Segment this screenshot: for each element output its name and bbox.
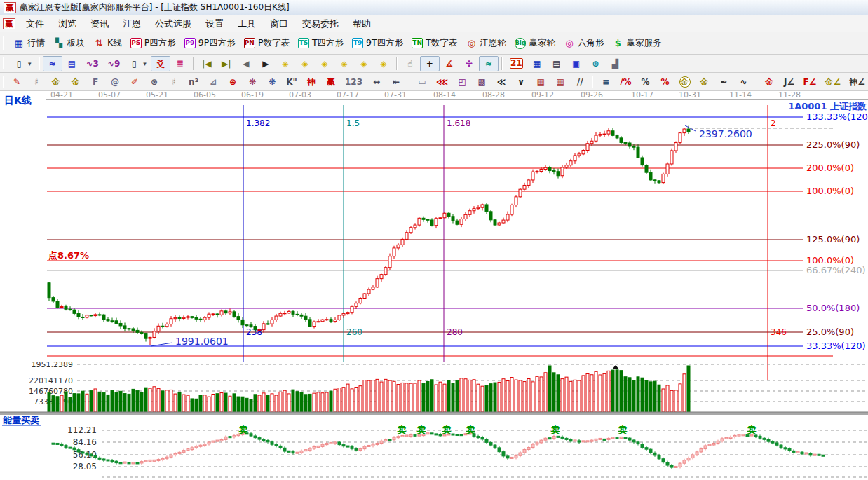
number-grid-button[interactable]: 123 (341, 74, 367, 90)
price-grid-button[interactable]: ▦ (531, 74, 550, 90)
menu-item-0[interactable]: 文件 (19, 16, 51, 32)
notes-button[interactable]: ▤ (547, 56, 567, 71)
shen-grid-button[interactable]: 神 (301, 74, 321, 90)
p-square-button[interactable]: PSP四方形 (126, 35, 180, 51)
gold-grid-alt-button[interactable]: 金 (66, 74, 86, 90)
hexagon-button[interactable]: ◎六角形 (560, 35, 609, 51)
chart-style-dropdown[interactable]: ▯▾ (9, 56, 36, 71)
marker-pen-button[interactable]: ✐ (125, 74, 144, 90)
diamond-right-button[interactable]: ◈ (295, 56, 315, 71)
gann-scale-button[interactable]: ♯ (27, 74, 46, 90)
price-grid-alt-button[interactable]: ▦ (550, 74, 570, 90)
menu-item-9[interactable]: 帮助 (346, 16, 378, 32)
gold-grid-button[interactable]: 金 (46, 74, 66, 90)
gann-fan-purple-button[interactable]: ✣ (459, 56, 479, 71)
candle-style-dropdown[interactable]: ▯▾ (124, 56, 151, 71)
kline-button[interactable]: ⇅K线 (89, 35, 126, 51)
draw-pen-button[interactable]: ✎ (7, 74, 27, 90)
percent-button[interactable]: % (636, 74, 656, 90)
toolbar-grip[interactable] (3, 36, 6, 51)
percent-strike-button[interactable]: ∕% (616, 74, 635, 90)
winner-wheel-button[interactable]: Big赢家轮 (510, 35, 560, 51)
f-angle-button[interactable]: F∠ (799, 74, 821, 90)
target-circle-button[interactable]: ⊕ (223, 74, 243, 90)
spiral-button[interactable]: @ (105, 74, 125, 90)
t-number-button[interactable]: TNT数字表 (407, 35, 461, 51)
menu-item-6[interactable]: 工具 (231, 16, 263, 32)
gold-angle-button[interactable]: 金 (760, 74, 780, 90)
calendar-button[interactable]: 21 (506, 56, 527, 71)
t-square-button[interactable]: TST四方形 (294, 35, 348, 51)
t9-square-button[interactable]: T99T四方形 (348, 35, 407, 51)
kline-chart-canvas[interactable]: 04-2105-0705-2106-0506-1907-0307-1707-31… (0, 91, 868, 480)
wave9-button[interactable]: ∿9 (103, 56, 124, 71)
toolbar-grip[interactable] (3, 57, 6, 70)
diamond-left-button[interactable]: ◈ (276, 56, 295, 71)
wave-check-button[interactable]: ∨ (511, 74, 531, 90)
fan-lines-red-button[interactable]: ⋘ (432, 74, 452, 90)
toolbar-grip[interactable] (3, 76, 4, 88)
menu-item-5[interactable]: 设置 (198, 16, 231, 32)
menu-item-4[interactable]: 公式选股 (148, 16, 198, 32)
sketch-blue-button[interactable]: ≈ (43, 56, 62, 71)
spider-web-red-button[interactable]: ❋ (243, 74, 262, 90)
angle-ruler-button[interactable]: ⊿ (203, 74, 223, 90)
ink-brush-button[interactable]: ✒ (714, 74, 734, 90)
scale-comb-button[interactable]: ♯ (164, 74, 184, 90)
diamond-shrink-button[interactable]: ◈ (334, 56, 354, 71)
web-box-button[interactable]: ▩ (472, 74, 491, 90)
fan-box-purple-button[interactable]: ◰ (452, 74, 472, 90)
menu-item-2[interactable]: 资讯 (83, 16, 116, 32)
percent-line-button[interactable]: % (656, 74, 675, 90)
crosshair-button[interactable]: + (420, 56, 440, 71)
sketch-teal-button[interactable]: ≈ (479, 56, 499, 71)
gold-level-button[interactable]: 金 (695, 74, 714, 90)
pattern-red-button[interactable]: 爻 (151, 56, 170, 71)
p9-square-button[interactable]: P99P四方形 (180, 35, 240, 51)
fan-lines-button[interactable]: ≪ (491, 74, 511, 90)
pane-divider[interactable] (0, 412, 868, 415)
angle-measure-button[interactable]: ∡ (440, 56, 459, 71)
slant-lines-button[interactable]: // (570, 74, 590, 90)
k-mark-button[interactable]: K" (282, 74, 301, 90)
rect-measure-button[interactable]: ▭ (412, 74, 432, 90)
gold-circle-button[interactable]: 金 (675, 74, 695, 90)
sectors-button[interactable]: ▚板块 (49, 35, 89, 51)
blueprint-button[interactable]: ▤ (62, 56, 82, 71)
next-page-button[interactable]: ▶ (256, 56, 276, 71)
first-page-button[interactable]: |◀ (197, 56, 217, 71)
gann-circle-button[interactable]: ⊛ (144, 74, 164, 90)
scale-stats-button[interactable]: ≡ (596, 74, 616, 90)
save-button[interactable]: ▣ (567, 56, 586, 71)
wave3-button[interactable]: ∿3 (82, 56, 103, 71)
spider-web-blue-button[interactable]: ❋ (262, 74, 282, 90)
h-span-button[interactable]: ↔ (367, 74, 386, 90)
diamond-expand-button[interactable]: ◈ (315, 56, 334, 71)
menu-item-1[interactable]: 浏览 (51, 16, 83, 32)
diamond-cross-button[interactable]: ◈ (354, 56, 374, 71)
fib-grid-button[interactable]: F (86, 74, 105, 90)
wave-band-button[interactable]: ∿ (734, 74, 754, 90)
j-angle-button[interactable]: J∠ (780, 74, 799, 90)
p-number-button[interactable]: PNP数字表 (240, 35, 294, 51)
last-page-button[interactable]: ▶| (217, 56, 236, 71)
shen-angle-button[interactable]: 神∠ (845, 74, 868, 90)
menu-item-7[interactable]: 窗口 (263, 16, 295, 32)
service-button[interactable]: $赢家服务 (608, 35, 665, 51)
gann-wheel-button[interactable]: ◎江恩轮 (461, 35, 510, 51)
n-square-button[interactable]: n² (184, 74, 203, 90)
hand-tool-button[interactable]: ☝ (400, 56, 420, 71)
volume-profile-button[interactable]: ≣ (170, 56, 190, 71)
remote-data-button[interactable]: ▟ (606, 56, 625, 71)
h-span-bound-button[interactable]: ⇤ (386, 74, 406, 90)
menu-item-8[interactable]: 交易委托 (295, 16, 346, 32)
gann-circle-icon: ⊛ (149, 76, 160, 88)
quotes-button[interactable]: ▦行情 (9, 35, 49, 51)
ying-grid-button[interactable]: 赢 (321, 74, 341, 90)
diamond-move-button[interactable]: ◈ (374, 56, 393, 71)
gold-angle2-button[interactable]: 金∠ (821, 74, 846, 90)
refresh-net-button[interactable]: ⊕ (586, 56, 606, 71)
menu-item-3[interactable]: 江恩 (116, 16, 148, 32)
prev-page-button[interactable]: ◀ (236, 56, 256, 71)
calculator-button[interactable]: ▦ (527, 56, 547, 71)
